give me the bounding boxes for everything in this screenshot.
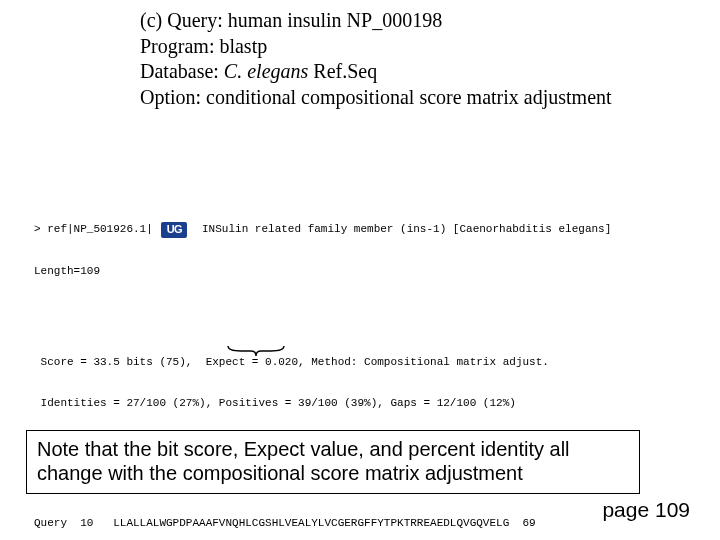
- header-line-program: Program: blastp: [140, 34, 612, 60]
- page-root: (c) Query: human insulin NP_000198 Progr…: [0, 0, 720, 540]
- page-number: page 109: [602, 498, 690, 522]
- db-species: C. elegans: [224, 60, 308, 82]
- note-box: Note that the bit score, Expect value, a…: [26, 430, 640, 494]
- brace-icon: [226, 344, 286, 358]
- ref-line: > ref|NP_501926.1| UG INSulin related fa…: [34, 222, 611, 238]
- db-label: Database:: [140, 60, 224, 82]
- stats-block: Score = 33.5 bits (75), Expect = 0.020, …: [34, 328, 611, 438]
- alignment-block-1: Query 10 LLALLALWGPDPAAAFVNQHLCGSHLVEALY…: [34, 489, 611, 540]
- note-text: Note that the bit score, Expect value, a…: [37, 438, 570, 484]
- score-line: Score = 33.5 bits (75), Expect = 0.020, …: [34, 356, 611, 370]
- header-block: (c) Query: human insulin NP_000198 Progr…: [140, 8, 612, 110]
- unigene-icon: UG: [161, 222, 187, 238]
- db-suffix: Ref.Seq: [308, 60, 377, 82]
- align1-query: Query 10 LLALLALWGPDPAAAFVNQHLCGSHLVEALY…: [34, 517, 611, 531]
- ref-accession: > ref|NP_501926.1|: [34, 223, 159, 237]
- length-line: Length=109: [34, 265, 611, 279]
- header-line-option: Option: conditional compositional score …: [140, 85, 612, 111]
- header-line-database: Database: C. elegans Ref.Seq: [140, 59, 612, 85]
- ref-description: INSulin related family member (ins-1) [C…: [189, 223, 611, 237]
- identities-line: Identities = 27/100 (27%), Positives = 3…: [34, 397, 611, 411]
- header-line-query: (c) Query: human insulin NP_000198: [140, 8, 612, 34]
